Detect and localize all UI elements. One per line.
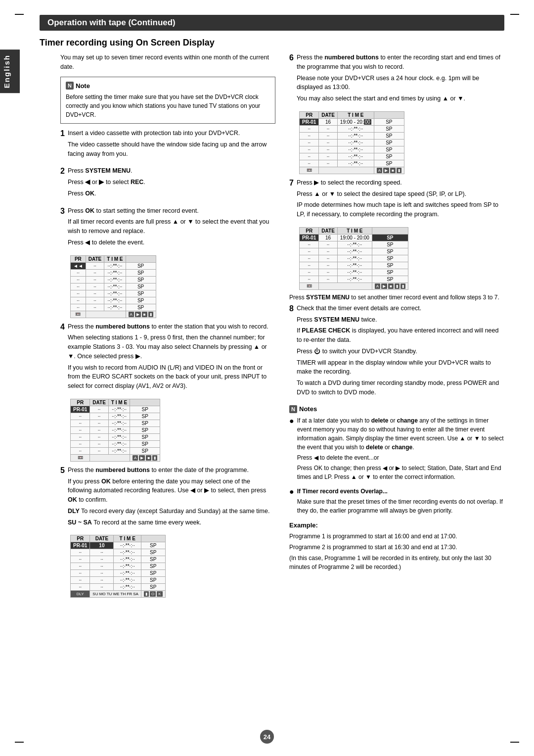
- step-2-c: Press OK.: [68, 189, 275, 198]
- timer-table-7: PR DATE T I M E PR-01 16 19:00 - 20:00 S…: [299, 227, 408, 290]
- step-2: 2 Press SYSTEM MENU. Press ◀ or ▶ to sel…: [60, 166, 275, 200]
- step-3-detail: If all timer record events are full pres…: [68, 217, 275, 236]
- timer-table-6-container: PR DATE T I M E PR-01 16 19:00 - 20:00 S…: [299, 111, 504, 174]
- step-8-check: Check that the timer event details are c…: [297, 304, 504, 313]
- timer-table-5: PR DATE T I M E PR-01 10 ··:·**·:·· SP ·…: [70, 535, 166, 598]
- step-4-detail2: If you wish to record from AUDIO IN (L/R…: [68, 363, 275, 391]
- timer-table-1: PR DATE T I M E ◄◄ ·· ··:·**·:·· SP ····…: [70, 255, 156, 318]
- step-4-number: 4: [60, 322, 65, 332]
- step-8-number: 8: [289, 304, 294, 314]
- table1-row1-pr: ◄◄: [71, 262, 86, 269]
- th-sp: [126, 255, 156, 262]
- step-1: 1 Insert a video cassette with protectio…: [60, 129, 275, 160]
- table1-row1-sp: SP: [126, 262, 156, 269]
- right-column: 6 Press the numbered buttons to enter th…: [289, 53, 504, 602]
- step-1-number: 1: [60, 129, 65, 139]
- step-6: 6 Press the numbered buttons to enter th…: [289, 53, 504, 105]
- overlap-text: Make sure that the preset times of the t…: [297, 497, 504, 515]
- step-5-dly: DLY To record every day (except Saturday…: [68, 507, 275, 516]
- note-text: Before setting the timer make sure that …: [66, 94, 260, 118]
- notes-title: N Notes: [289, 405, 504, 413]
- th-time: T I M E: [104, 255, 126, 262]
- step-8-timer: TIMER will appear in the display window …: [297, 358, 504, 377]
- example-section: Example: Programme 1 is programmed to st…: [289, 521, 504, 571]
- example-3: (In this case, Programme 1 will be recor…: [289, 554, 504, 571]
- step-5-su-sa: SU ~ SA To record at the same time every…: [68, 518, 275, 527]
- step-3-text: Press OK to start setting the timer reco…: [68, 206, 275, 216]
- step-8: 8 Check that the timer event details are…: [289, 304, 504, 399]
- note-item-1: ● If at a later date you wish to delete …: [289, 416, 504, 483]
- th-pr: PR: [71, 255, 86, 262]
- note-label: Note: [76, 81, 90, 91]
- step-5-detail1: If you press OK before entering the date…: [68, 477, 275, 505]
- step-3: 3 Press OK to start setting the timer re…: [60, 206, 275, 249]
- step-2-number: 2: [60, 166, 65, 177]
- step-8-ifcheck: If PLEASE CHECK is displayed, you have e…: [297, 326, 504, 345]
- timer-table-6: PR DATE T I M E PR-01 16 19:00 - 20:00 S…: [299, 111, 404, 174]
- step-1-detail: The video cassette should have the windo…: [68, 140, 275, 159]
- note-block: N Note Before setting the timer make sur…: [60, 77, 275, 124]
- step-8-watch: To watch a DVD during timer recording st…: [297, 378, 504, 397]
- left-column: You may set up to seven timer record eve…: [60, 53, 275, 602]
- step-8-press2: Press ⏻ to switch your DVD+VCR Standby.: [297, 347, 504, 356]
- step-4: 4 Press the numbered buttons to enter th…: [60, 322, 275, 393]
- step7-press-menu: Press SYSTEM MENU to set another timer r…: [289, 294, 504, 301]
- th-date: DATE: [86, 255, 104, 262]
- note-bullet-2: ●: [289, 487, 294, 517]
- step-2-a: Press SYSTEM MENU.: [68, 166, 275, 176]
- notes-section: N Notes ● If at a later date you wish to…: [289, 405, 504, 517]
- example-1: Programme 1 is programmed to start at 16…: [289, 532, 504, 541]
- step-7: 7 Press ▶ to select the recording speed.…: [289, 178, 504, 221]
- step-6-number: 6: [289, 53, 294, 63]
- step-7-detail2: IP mode determines how much tape is left…: [297, 200, 504, 219]
- page-number: 24: [260, 730, 274, 744]
- timer-table-4-container: PR DATE T I M E PR-01 ·· ··:·**·:·· SP ·…: [70, 399, 275, 462]
- step-4-text: Press the numbered buttons to enter the …: [68, 322, 275, 331]
- notes-icon: N: [289, 405, 297, 413]
- note-bullet-1: ●: [289, 416, 294, 483]
- step-4-detail1: When selecting stations 1 - 9, press 0 f…: [68, 333, 275, 361]
- timer-table-1-container: PR DATE T I M E ◄◄ ·· ··:·**·:·· SP ····…: [70, 255, 275, 318]
- step-6-detail1: Please note your DVD+VCR uses a 24 hour …: [297, 74, 504, 93]
- example-2: Programme 2 is programmed to start at 16…: [289, 543, 504, 552]
- step-8-press: Press SYSTEM MENU twice.: [297, 315, 504, 325]
- step-7-text: Press ▶ to select the recording speed.: [297, 178, 504, 188]
- step-5: 5 Press the numbered buttons to enter th…: [60, 466, 275, 529]
- table5-btn-group: ▮ O K: [144, 591, 163, 597]
- table1-btn-group: A ▶ ■ ▮: [129, 312, 153, 317]
- overlap-title: If Timer record events Overlap...: [297, 487, 504, 496]
- table4-btn-group: A ▶ ■ ▮: [133, 455, 157, 461]
- title-block: Timer recording using On Screen Display: [40, 38, 504, 48]
- step-7-detail1: Press ▲ or ▼ to select the desired tape …: [297, 189, 504, 199]
- page-title: Timer recording using On Screen Display: [40, 38, 504, 48]
- step-6-text: Press the numbered buttons to enter the …: [297, 53, 504, 72]
- step-2-b: Press ◀ or ▶ to select REC.: [68, 178, 275, 187]
- table1-row1-date: ··: [86, 262, 104, 269]
- step-5-text: Press the numbered buttons to enter the …: [68, 466, 275, 475]
- note-icon: N: [66, 82, 74, 90]
- press-label: Press: [297, 179, 312, 186]
- note-item-overlap: ● If Timer record events Overlap... Make…: [289, 487, 504, 517]
- timer-table-4: PR DATE T I M E PR-01 ·· ··:·**·:·· SP ·…: [70, 399, 160, 462]
- example-title: Example:: [289, 521, 504, 529]
- intro-text: You may set up to seven timer record eve…: [60, 53, 275, 72]
- section-header: Operation with tape (Continued): [40, 15, 504, 31]
- table1-row1-time: ··:·**·:··: [104, 262, 126, 269]
- step-3-number: 3: [60, 206, 65, 217]
- note-item-1-text: If at a later date you wish to delete or…: [297, 416, 504, 483]
- step-1-text: Insert a video cassette with protection …: [68, 129, 275, 138]
- notes-label: Notes: [299, 405, 317, 413]
- step-5-number: 5: [60, 466, 65, 476]
- step-7-number: 7: [289, 178, 294, 189]
- note-item-overlap-text: If Timer record events Overlap... Make s…: [297, 487, 504, 517]
- example-text: Programme 1 is programmed to start at 16…: [289, 532, 504, 571]
- step-6-detail2: You may also select the start and end ti…: [297, 94, 504, 103]
- timer-table-7-container: PR DATE T I M E PR-01 16 19:00 - 20:00 S…: [299, 227, 504, 290]
- step-3-delete: Press ◀ to delete the event.: [68, 238, 275, 247]
- timer-table-5-container: PR DATE T I M E PR-01 10 ··:·**·:·· SP ·…: [70, 535, 275, 598]
